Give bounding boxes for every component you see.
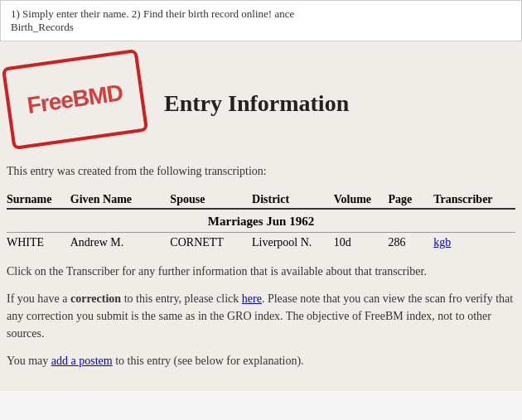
col-header-givenname: Given Name (70, 191, 171, 209)
col-header-district: District (252, 191, 334, 209)
cell-volume: 10d (334, 233, 389, 253)
entry-table: Surname Given Name Spouse District Volum… (7, 191, 515, 253)
intro-text: This entry was created from the followin… (7, 162, 515, 180)
postem-prefix: You may (7, 355, 51, 367)
col-header-surname: Surname (7, 191, 70, 209)
col-header-transcriber: Transcriber (433, 191, 515, 209)
postem-text: You may add a postem to this entry (see … (7, 352, 515, 369)
main-content: FreeBMD Entry Information This entry was… (0, 41, 522, 391)
page-title: Entry Information (156, 90, 349, 117)
col-header-page: Page (388, 191, 433, 209)
cell-surname: WHITE (7, 233, 70, 253)
correction-prefix: If you have a (7, 292, 70, 305)
section-label: Marriages Jun 1962 (7, 209, 515, 233)
header-section: FreeBMD Entry Information (7, 50, 515, 149)
transcriber-note: Click on the Transcriber for any further… (7, 263, 515, 280)
banner-text2: Birth_Records (11, 21, 74, 33)
postem-suffix: to this entry (see below for explanation… (113, 355, 304, 367)
cell-transcriber[interactable]: kgb (433, 233, 515, 253)
transcriber-link[interactable]: kgb (433, 236, 451, 249)
cell-givenname: Andrew M. (70, 233, 171, 253)
table-header-row: Surname Given Name Spouse District Volum… (7, 191, 515, 209)
banner-text1: 1) Simply enter their name. 2) Find thei… (11, 7, 294, 20)
correction-text: If you have a correction to this entry, … (7, 290, 515, 342)
cell-page: 286 (388, 233, 433, 253)
col-header-spouse: Spouse (170, 191, 252, 209)
logo-stamp: FreeBMD (2, 49, 148, 150)
col-header-volume: Volume (334, 191, 389, 209)
table-row: WHITE Andrew M. CORNETT Liverpool N. 10d… (7, 233, 515, 253)
cell-spouse: CORNETT (170, 233, 252, 253)
section-label-row: Marriages Jun 1962 (7, 209, 515, 233)
logo-text: FreeBMD (26, 81, 124, 118)
correction-mid: to this entry, please click (121, 292, 242, 305)
postem-link[interactable]: add a postem (51, 355, 113, 367)
top-banner: 1) Simply enter their name. 2) Find thei… (0, 0, 522, 41)
logo-container: FreeBMD (7, 58, 156, 149)
cell-district: Liverpool N. (252, 233, 334, 253)
correction-bold: correction (70, 292, 121, 305)
correction-link[interactable]: here (242, 292, 262, 305)
